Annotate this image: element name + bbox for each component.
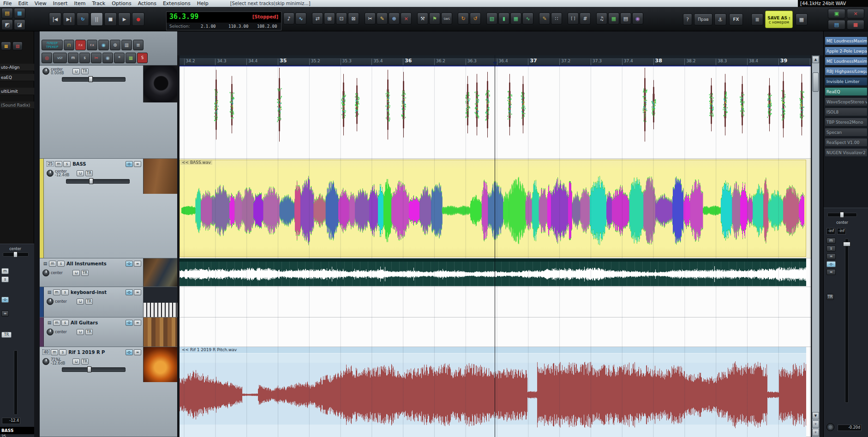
monitor-eye-button[interactable]: ◉ [98,40,109,50]
spiral-icon[interactable]: ◉ [632,12,643,24]
mute-button[interactable]: m [53,289,60,295]
play-button[interactable]: ▶ [118,12,131,26]
move-item-icon[interactable]: ⇄ [312,12,323,24]
menu-item-actions[interactable]: Actions [135,0,160,7]
master-pan-fader[interactable] [827,213,857,217]
lock-tracks-button[interactable]: ⊓ [64,40,74,50]
master-mute-button[interactable]: m [826,238,836,244]
menu-item-view[interactable]: View [31,0,50,7]
tool-right-icon[interactable]: ◪ [14,19,25,30]
zoom-in-button[interactable]: + [812,420,819,428]
grid-icon[interactable]: ▦ [796,13,808,25]
ruler-mode-button[interactable]: ▥ [121,40,132,50]
trim-read-button[interactable]: TR [81,68,89,74]
dock-fx-label[interactable]: uto-Align [0,64,34,71]
io-button[interactable]: ⊔ [72,359,80,365]
fx-entry-reaspect-v1-00[interactable]: ReaSpect V1.00 [825,138,868,147]
trim-read-button[interactable]: TR [81,359,89,365]
tool-left-icon[interactable]: ◩ [1,19,13,30]
strip-solo-button[interactable]: s [1,276,9,282]
track-menu-button[interactable]: ≡ [134,261,141,267]
pencil-icon[interactable]: ✎ [377,12,388,24]
track-panel-all-guitars[interactable]: ▤ m s All Guitars -o- ≡ center ⊔ TR [40,317,177,347]
io-button[interactable]: ⊔ [72,270,80,276]
stop-button[interactable]: ■ [104,12,117,26]
help-button[interactable]: ? [683,13,692,25]
snap-grid-icon[interactable]: ⊞ [324,12,335,24]
table-view-icon[interactable]: ▤ [620,12,631,24]
solo-defeat-button[interactable]: S [137,53,148,63]
pan-knob[interactable] [47,329,54,335]
zoom-selection-icon[interactable]: ⊡ [336,12,347,24]
master-routing-button[interactable]: -o- [826,261,836,267]
zoom-tool-icon[interactable]: ⊕ [389,12,400,24]
strip-mute-button[interactable]: m [1,268,9,274]
master-tr-button[interactable]: TR [826,294,834,300]
menu-item-extensions[interactable]: Extensions [160,0,194,7]
recent-project-button[interactable]: ■ [847,20,864,30]
io-button[interactable]: ⊔ [77,170,84,176]
solo-button[interactable]: s [61,289,69,295]
media-item-instruments[interactable] [180,258,806,286]
master-solo-button[interactable]: s [826,245,836,251]
menu-item-file[interactable]: File [0,0,15,7]
cut-item-icon[interactable]: ✂ [365,12,376,24]
routing-button[interactable]: -o- [126,349,133,355]
draw-lines-icon[interactable]: ✎ [539,12,550,24]
master-volume-fader[interactable] [845,239,849,403]
eye-2-button[interactable]: ◉ [102,53,113,63]
scope-icon[interactable]: ∿ [522,12,533,24]
loop-on-icon[interactable]: ↻ [458,12,469,24]
routing-button[interactable]: -o- [126,161,133,167]
transport-time-display[interactable]: 36.3.99 [Stopped] Selection: 2.1.00 110.… [166,12,281,30]
fx-entry-isol8[interactable]: ISOL8 [825,108,868,116]
player-tracker-button[interactable]: ПЛЕЕР ТРЕКЕР [42,40,63,50]
fx-entry-me-loudnessmaximize[interactable]: ME LoudnessMaximize [825,57,868,66]
pan-knob[interactable] [47,170,54,177]
menu-item-help[interactable]: Help [194,0,212,7]
fx-chain-button[interactable]: FX [729,13,743,25]
playhead[interactable] [495,66,495,437]
zoom-tracks-button[interactable]: ⊕ [110,40,120,50]
hash-grid-icon[interactable]: # [580,12,591,24]
anchor-icon[interactable]: ⚓ [714,13,726,25]
solo-button[interactable]: s [59,349,66,355]
dock-fx-label[interactable]: ultiLimit [0,88,34,95]
track-name[interactable]: All Guitars [70,320,125,325]
volume-fader[interactable] [66,179,130,184]
master-meter-button[interactable]: ◎ [826,423,834,431]
dock-fx-label[interactable]: (Sound Radix) [0,102,34,109]
remove-icon[interactable]: × [401,12,412,24]
fx-red-button[interactable]: F.X [75,40,86,50]
gear-button[interactable]: * [114,53,125,63]
fx-dark-button[interactable]: F.X [87,40,97,50]
volume-fader[interactable] [62,77,126,82]
io-button[interactable]: ⊔ [72,68,80,74]
menu-item-insert[interactable]: Insert [50,0,71,7]
track-menu-button[interactable]: ≡ [134,161,141,167]
monitor-bars-icon[interactable]: ▮ [498,12,509,24]
close-project-button[interactable]: × [847,9,864,18]
mute-button[interactable]: m [51,349,58,355]
open-project-button[interactable]: ▤ [828,20,845,30]
io-button[interactable]: ⊔ [77,299,84,305]
screenset-icon[interactable]: ▦ [14,8,25,18]
solo-button[interactable]: s [61,320,69,326]
envelope-wave-icon[interactable]: ∿ [295,12,306,24]
lane-drums[interactable] [180,66,811,159]
track-name[interactable]: All Instruments [66,261,125,266]
save-project-button[interactable]: ▣ [828,9,845,18]
trim-read-button[interactable]: TR [85,329,93,335]
fx-entry-reaeq[interactable]: ReaEQ [825,87,868,96]
track-menu-button[interactable]: ≡ [134,320,141,326]
project-colors-icon[interactable]: ▤ [1,8,13,18]
wrench-icon[interactable]: ⚒ [417,12,428,24]
track-panel-rif[interactable]: 40 m s Rif 1 2019 R P -o- ≡ 71%L-12.6dB … [40,347,177,437]
trim-read-button[interactable]: TR [85,299,93,305]
pan-knob[interactable] [42,358,49,365]
routing-button[interactable]: -o- [126,261,133,267]
strip-tr-button[interactable]: TR [1,332,12,338]
pan-knob[interactable] [42,68,49,75]
record-button[interactable]: ● [132,12,144,26]
track-name[interactable]: keyboard-inst [70,290,125,295]
